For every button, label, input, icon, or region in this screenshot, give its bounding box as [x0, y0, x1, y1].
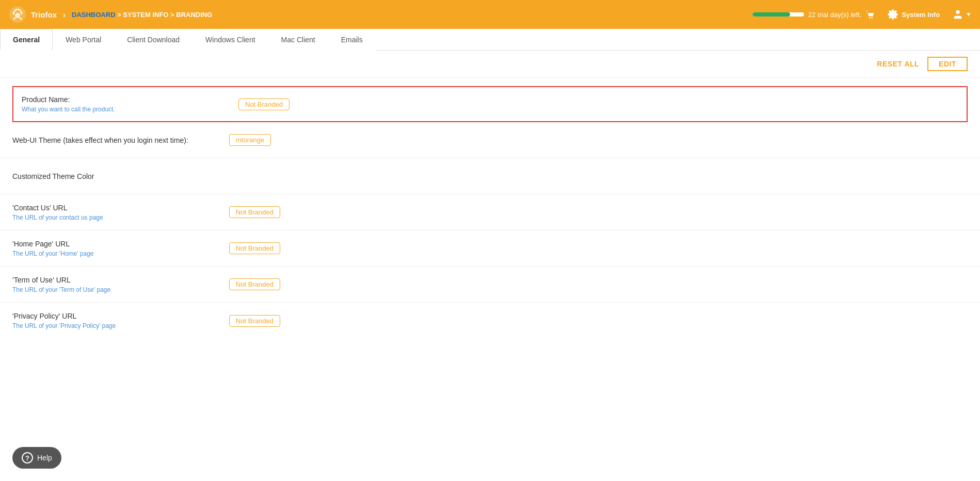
privacy-policy-url-value: Not Branded	[229, 315, 968, 327]
tab-mac-client[interactable]: Mac Client	[268, 29, 328, 51]
triofox-logo-icon	[8, 5, 27, 24]
term-of-use-url-badge: Not Branded	[229, 278, 280, 290]
svg-point-4	[956, 10, 959, 14]
header-right: 22 trial day(s) left. System Info ▼	[752, 9, 972, 20]
product-name-row: Product Name: What you want to call the …	[12, 86, 968, 122]
cart-icon[interactable]	[865, 10, 875, 19]
trial-text: 22 trial day(s) left.	[808, 11, 861, 19]
customized-theme-color-row: Customized Theme Color	[0, 158, 980, 194]
home-page-url-row: 'Home Page' URL The URL of your 'Home' p…	[0, 230, 980, 267]
svg-point-2	[869, 17, 871, 19]
tab-general[interactable]: General	[0, 29, 53, 51]
privacy-policy-url-badge: Not Branded	[229, 315, 280, 327]
web-ui-theme-label-group: Web-UI Theme (takes effect when you logi…	[12, 136, 229, 144]
web-ui-theme-value: mtorange	[229, 134, 968, 146]
user-chevron-icon: ▼	[966, 11, 972, 18]
edit-button[interactable]: EDIT	[927, 57, 968, 71]
breadcrumb-rest: > SYSTEM INFO > BRANDING	[117, 11, 212, 19]
trial-progress-bar	[752, 12, 804, 16]
home-page-url-label-group: 'Home Page' URL The URL of your 'Home' p…	[12, 240, 229, 257]
tab-emails[interactable]: Emails	[328, 29, 376, 51]
contact-us-url-desc: The URL of your contact us page	[12, 214, 229, 221]
contact-us-url-value: Not Branded	[229, 206, 968, 218]
settings-content: Product Name: What you want to call the …	[0, 86, 980, 339]
contact-us-url-row: 'Contact Us' URL The URL of your contact…	[0, 194, 980, 230]
product-name-label-group: Product Name: What you want to call the …	[22, 95, 238, 113]
header-breadcrumb: DASHBOARD > SYSTEM INFO > BRANDING	[72, 11, 212, 19]
contact-us-url-label-group: 'Contact Us' URL The URL of your contact…	[12, 204, 229, 221]
tab-windows-client[interactable]: Windows Client	[192, 29, 268, 51]
product-name-badge: Not Branded	[238, 98, 290, 110]
home-page-url-label: 'Home Page' URL	[12, 240, 229, 248]
system-info-label: System Info	[902, 11, 940, 19]
gear-icon	[887, 9, 898, 20]
term-of-use-url-row: 'Term of Use' URL The URL of your 'Term …	[0, 267, 980, 303]
svg-point-1	[15, 13, 20, 18]
customized-theme-color-label-group: Customized Theme Color	[12, 172, 229, 180]
privacy-policy-url-label: 'Privacy Policy' URL	[12, 312, 229, 320]
toolbar: RESET ALL EDIT	[0, 51, 980, 78]
term-of-use-url-label-group: 'Term of Use' URL The URL of your 'Term …	[12, 276, 229, 293]
term-of-use-url-desc: The URL of your 'Term of Use' page	[12, 286, 229, 293]
user-icon	[952, 9, 963, 20]
product-name-label: Product Name:	[22, 95, 238, 104]
web-ui-theme-row: Web-UI Theme (takes effect when you logi…	[0, 122, 980, 158]
home-page-url-value: Not Branded	[229, 242, 968, 254]
header: Triofox › DASHBOARD > SYSTEM INFO > BRAN…	[0, 0, 980, 29]
contact-us-url-label: 'Contact Us' URL	[12, 204, 229, 212]
tab-client-download[interactable]: Client Download	[114, 29, 192, 51]
system-info-button[interactable]: System Info	[887, 9, 940, 20]
tabs-container: General Web Portal Client Download Windo…	[0, 29, 980, 51]
privacy-policy-url-label-group: 'Privacy Policy' URL The URL of your 'Pr…	[12, 312, 229, 329]
trial-info: 22 trial day(s) left.	[752, 10, 875, 19]
web-ui-theme-badge: mtorange	[229, 134, 271, 146]
contact-us-url-badge: Not Branded	[229, 206, 280, 218]
privacy-policy-url-desc: The URL of your 'Privacy Policy' page	[12, 322, 229, 329]
term-of-use-url-value: Not Branded	[229, 278, 968, 290]
header-left: Triofox › DASHBOARD > SYSTEM INFO > BRAN…	[8, 5, 212, 24]
product-name-value: Not Branded	[238, 98, 958, 110]
trial-progress-fill	[752, 12, 790, 16]
header-brand: Triofox	[31, 10, 57, 19]
home-page-url-badge: Not Branded	[229, 242, 280, 254]
web-ui-theme-label: Web-UI Theme (takes effect when you logi…	[12, 136, 229, 144]
term-of-use-url-label: 'Term of Use' URL	[12, 276, 229, 284]
home-page-url-desc: The URL of your 'Home' page	[12, 250, 229, 257]
privacy-policy-url-row: 'Privacy Policy' URL The URL of your 'Pr…	[0, 303, 980, 339]
user-button[interactable]: ▼	[952, 9, 972, 20]
reset-all-button[interactable]: RESET ALL	[877, 60, 919, 68]
header-separator: ›	[63, 10, 66, 19]
svg-point-3	[872, 17, 873, 19]
product-name-desc: What you want to call the product.	[22, 106, 238, 113]
customized-theme-color-label: Customized Theme Color	[12, 172, 229, 180]
breadcrumb-dashboard[interactable]: DASHBOARD	[72, 11, 116, 19]
tab-web-portal[interactable]: Web Portal	[53, 29, 114, 51]
